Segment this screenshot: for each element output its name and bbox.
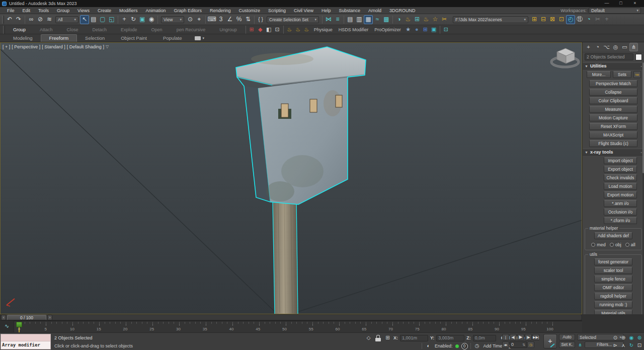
select-and-manipulate-icon[interactable]: ⌖	[195, 15, 204, 24]
zoom-icon[interactable]: ⊙	[611, 334, 619, 341]
menu-views[interactable]: Views	[73, 7, 94, 14]
custom-tool-icon-2[interactable]: ⊟	[539, 15, 548, 24]
flight-studio-button[interactable]: Flight Studio (c)	[589, 140, 637, 147]
teapot-icon-3[interactable]: ♨	[302, 26, 311, 33]
menu-animation[interactable]: Animation	[141, 7, 170, 14]
viewport-general-menu[interactable]: [ + ]	[3, 44, 10, 49]
next-frame-button[interactable]: |▶	[525, 334, 532, 340]
modify-tab-icon[interactable]: ◔	[593, 43, 602, 51]
toggle-ribbon-icon[interactable]: ▦	[364, 15, 373, 24]
menu-civil-view[interactable]: Civil View	[290, 7, 317, 14]
motion-tab-icon[interactable]: ◎	[611, 43, 620, 51]
maxscript-mini-listener[interactable]: Array modifier	[1, 334, 51, 349]
menu-group[interactable]: Group	[53, 7, 73, 14]
field-of-view-icon[interactable]: ⊳	[611, 341, 619, 349]
sphere-tool-icon[interactable]: ●	[413, 26, 421, 33]
gauge-icon[interactable]: ◔	[584, 15, 593, 24]
simple-fence-button[interactable]: simple fence	[594, 275, 632, 283]
previous-frame-arrow[interactable]: ‹	[1, 315, 6, 320]
forest-generator-button[interactable]: forest generator	[594, 258, 632, 265]
omf-editor-button[interactable]: OMF editor	[594, 284, 632, 291]
select-and-move-icon[interactable]: +	[120, 15, 129, 24]
toolbar-grip[interactable]	[2, 16, 4, 24]
menu-tools[interactable]: Tools	[34, 7, 53, 14]
measure-button[interactable]: Measure	[589, 106, 637, 113]
detach-button[interactable]: Detach	[86, 25, 114, 34]
bind-to-space-warp-icon[interactable]: ≋	[45, 15, 54, 24]
check-invalids-button[interactable]: Check invalids	[604, 174, 637, 181]
circled-11-icon[interactable]: ⑪	[575, 15, 584, 24]
percent-snap-icon[interactable]: %	[234, 15, 244, 24]
perspective-match-button[interactable]: Perspective Match	[589, 80, 637, 87]
filter-funnel-icon[interactable]: ▽	[106, 44, 109, 49]
time-slider[interactable]: ‹ 0 / 100 ›	[0, 314, 582, 321]
curve-editor-icon[interactable]: ≈	[373, 15, 382, 24]
mailbox-model[interactable]	[236, 47, 366, 204]
render-setup-icon[interactable]: ♨	[404, 15, 413, 24]
prooptimizer-button[interactable]: ProOptimizer	[371, 27, 404, 32]
menu-substance[interactable]: Substance	[335, 7, 364, 14]
collapse-button[interactable]: Collapse	[589, 89, 637, 96]
shader-scope-radio[interactable]: obj	[610, 242, 621, 247]
tab-selection[interactable]: Selection	[77, 35, 113, 42]
star-tool-icon[interactable]: ★	[404, 26, 413, 33]
redo-icon[interactable]: ↷	[14, 15, 23, 24]
autosave-clock-icon[interactable]: ◴	[566, 15, 575, 24]
walk-through-icon[interactable]: ⋏	[619, 341, 627, 349]
previous-frame-button[interactable]: ◀|	[510, 334, 517, 340]
rectangular-selection-region-icon[interactable]: ▢	[98, 15, 107, 24]
motion-capture-button[interactable]: Motion Capture	[589, 114, 637, 121]
spinner-icon[interactable]: ⇅	[522, 342, 525, 347]
hierarchy-tab-icon[interactable]: ⌥	[602, 43, 611, 51]
load-motion-button[interactable]: Load motion	[604, 183, 637, 190]
lattice-tool-icon[interactable]: ⊞	[421, 26, 430, 33]
mailbox-post[interactable]	[273, 199, 298, 314]
configure-button-sets-icon[interactable]: ≔	[633, 71, 641, 78]
menu-create[interactable]: Create	[94, 7, 115, 14]
shader-scope-radio[interactable]: all	[625, 242, 635, 247]
utility-sets-button[interactable]: Sets	[613, 71, 631, 78]
dim-plus-icon[interactable]: +	[602, 15, 611, 24]
shader-scope-radio[interactable]: med	[591, 242, 606, 247]
y-coordinate-field[interactable]: 3,003m	[436, 335, 464, 341]
custom-tool-icon-4[interactable]: ⊡	[557, 15, 566, 24]
custom-tool-icon-3[interactable]: ⊠	[548, 15, 557, 24]
isolate-selection-icon[interactable]: ◇	[365, 334, 372, 341]
tab-populate[interactable]: Populate	[155, 35, 190, 42]
rendered-frame-window-icon[interactable]: ⊞	[413, 15, 422, 24]
physique-button[interactable]: Physique	[311, 27, 336, 32]
red-diamond-icon[interactable]: ◆	[256, 26, 265, 33]
xray-rollout-header[interactable]: ▼ x-ray tools ▪	[583, 149, 644, 156]
ragdoll-helper-button[interactable]: ragdoll helper	[594, 293, 632, 300]
absolute-offset-mode-icon[interactable]: ⊞	[384, 334, 391, 341]
scene-explorer-icon[interactable]: ▤	[346, 15, 355, 24]
teapot-icon-2[interactable]: ♨	[294, 26, 302, 33]
export-motion-button[interactable]: Export motion	[604, 191, 637, 198]
menu-modifiers[interactable]: Modifiers	[115, 7, 142, 14]
teal-box-icon[interactable]: ▣	[430, 26, 438, 33]
workspaces-dropdown[interactable]: Default▾	[589, 8, 641, 14]
maxscript-button[interactable]: MAXScript	[589, 131, 637, 138]
project-folder-dropdown[interactable]: F:\3ds Max 2022\scenes▾	[453, 16, 528, 23]
layer-explorer-icon[interactable]: ▥	[355, 15, 364, 24]
tab-modeling[interactable]: Modeling	[5, 35, 41, 42]
display-tab-icon[interactable]: ▭	[620, 43, 629, 51]
zoom-extents-icon[interactable]: ◉	[627, 334, 635, 341]
dim-tool-icon-1[interactable]: ◧	[265, 26, 273, 33]
viewport-pov-menu[interactable]: [ Perspective ]	[12, 44, 40, 49]
next-frame-arrow[interactable]: ›	[47, 315, 52, 320]
material-utils-button[interactable]: Material utils	[594, 310, 632, 314]
create-selection-set-dropdown[interactable]: Create Selection Set▾	[267, 16, 319, 23]
use-pivot-center-icon[interactable]: ⊙	[186, 15, 195, 24]
utilities-tab-icon[interactable]: ⋔	[629, 43, 638, 51]
scaler-tool-button[interactable]: scaler tool	[594, 267, 632, 274]
menu-help[interactable]: Help	[317, 7, 335, 14]
angle-snap-icon[interactable]: ∠	[225, 15, 234, 24]
render-wand-icon[interactable]: ☆	[431, 15, 440, 24]
viewport-shading-menu[interactable]: [ Default Shading ]	[67, 44, 104, 49]
current-frame-field[interactable]: 0⇅	[510, 341, 527, 348]
reference-coordinate-dropdown[interactable]: View▾	[161, 16, 184, 23]
add-shaders-def-button[interactable]: Add shaders def	[594, 232, 632, 239]
edit-named-selection-sets-icon[interactable]: { }	[256, 15, 265, 24]
globe-icon[interactable]: ◐	[425, 342, 432, 349]
